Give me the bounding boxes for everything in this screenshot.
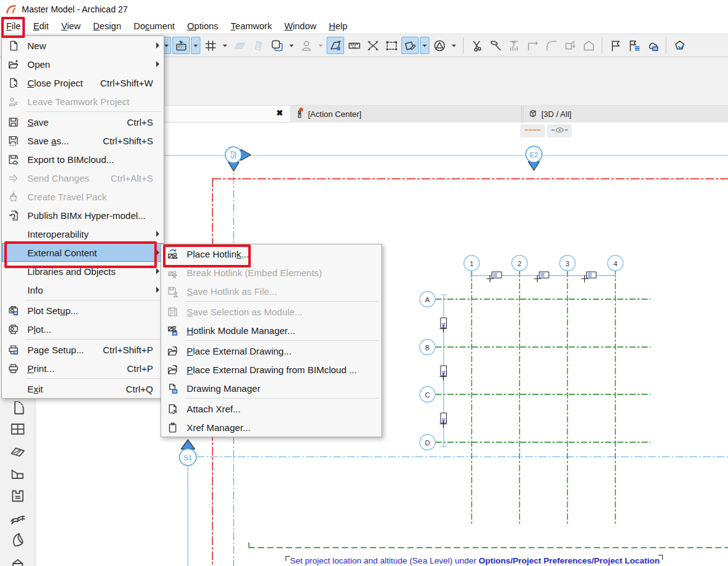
file-menu-item-info[interactable]: Info xyxy=(2,281,164,299)
dropdown-arrow-button[interactable] xyxy=(220,37,230,54)
file-menu-item-new[interactable]: New xyxy=(2,36,164,55)
flag-button[interactable] xyxy=(607,37,624,54)
menu-item-shortcut: Ctrl+Shift+W xyxy=(100,78,153,88)
toolbar-separator xyxy=(602,37,602,53)
adjust-axe-button[interactable] xyxy=(487,37,504,54)
menu-item-label: Hotlink Module Manager... xyxy=(187,325,295,336)
place-hotlink-icon xyxy=(167,248,181,260)
external-content-item-place-external-drawing[interactable]: Place External Drawing... xyxy=(161,341,381,360)
file-menu-item-interoperability[interactable]: Interoperability xyxy=(2,225,164,243)
external-content-item-hotlink-module-manager[interactable]: Hotlink Module Manager... xyxy=(161,321,381,340)
grid-bubble-B[interactable]: B xyxy=(420,340,436,355)
grid-bubble-3[interactable]: 3 xyxy=(560,256,576,271)
file-menu-item-save[interactable]: SaveCtrl+S xyxy=(2,113,164,131)
snap-grid-button[interactable] xyxy=(202,37,219,54)
grid-bubble-4[interactable]: 4 xyxy=(608,256,623,271)
menubar-item-view[interactable]: View xyxy=(55,20,86,32)
file-menu-item-save-as[interactable]: Save as...Ctrl+Shift+S xyxy=(2,131,164,150)
external-content-item-xref-manager[interactable]: Xref Manager... xyxy=(161,418,381,437)
column-marker-left-3[interactable] xyxy=(440,413,447,427)
file-menu-item-external-content[interactable]: External Content xyxy=(2,243,164,262)
object-tool-icon[interactable] xyxy=(9,554,26,566)
grid-bubble-A[interactable]: A xyxy=(420,292,436,307)
column-marker-top-1[interactable] xyxy=(487,272,502,282)
svg-text:12: 12 xyxy=(352,44,356,48)
cloud-panel-button[interactable] xyxy=(644,37,661,54)
save-icon xyxy=(7,116,22,128)
menubar-item-options[interactable]: Options xyxy=(181,20,225,32)
morph-house-button xyxy=(580,37,597,54)
file-menu-item-exit[interactable]: ExitCtrl+Q xyxy=(2,379,164,398)
grid-bubble-C[interactable]: C xyxy=(420,387,436,402)
close-tab-icon[interactable]: ✖ xyxy=(276,108,283,118)
external-content-item-attach-xref[interactable]: Attach Xref... xyxy=(161,399,381,418)
file-menu-item-publish-bimx-hyper-model[interactable]: Publish BIMx Hyper-model... xyxy=(2,206,164,225)
menubar-item-edit[interactable]: Edit xyxy=(27,20,55,32)
rotate-plane-button[interactable] xyxy=(401,37,419,54)
menu-bar: FileEditViewDesignDocumentOptionsTeamwor… xyxy=(0,19,728,34)
stretch-button xyxy=(561,37,579,54)
intersect-button[interactable] xyxy=(364,37,381,54)
column-marker-left-1[interactable] xyxy=(440,318,447,332)
leave-teamwork-icon xyxy=(7,96,22,108)
submenu-arrow-icon xyxy=(156,268,159,274)
column-marker-top-2[interactable] xyxy=(534,272,549,282)
tab-action-center[interactable]: [Action Center] xyxy=(290,106,522,123)
svg-text:A: A xyxy=(425,296,430,304)
tab-3d-all[interactable]: [3D / All] xyxy=(523,106,728,123)
file-menu-item-plot[interactable]: Plot... xyxy=(2,320,164,338)
menubar-item-file[interactable]: File xyxy=(0,20,27,32)
menu-item-label: Xref Manager... xyxy=(187,422,251,433)
door-tool-icon[interactable] xyxy=(9,401,26,418)
external-content-item-place-hotlink[interactable]: Place Hotlink... xyxy=(161,244,381,263)
split-scissors-button[interactable] xyxy=(468,37,485,54)
magic-wand-button[interactable] xyxy=(327,37,344,54)
dropdown-arrow-button[interactable] xyxy=(191,37,200,54)
file-menu-item-libraries-and-objects[interactable]: Libraries and Objects xyxy=(2,262,164,281)
flag-list-button[interactable] xyxy=(625,37,643,54)
shell-tool-icon[interactable] xyxy=(9,532,26,549)
menubar-item-window[interactable]: Window xyxy=(278,20,323,32)
file-menu-item-print[interactable]: Print...Ctrl+P xyxy=(2,359,164,378)
external-content-item-place-external-drawing-from-bimcloud[interactable]: Place External Drawing from BIMcloud ... xyxy=(161,360,381,379)
virtual-trace-button[interactable] xyxy=(268,37,286,54)
marquee-button[interactable] xyxy=(383,37,400,54)
external-content-item-drawing-manager[interactable]: Drawing Manager xyxy=(161,379,381,397)
menubar-item-help[interactable]: Help xyxy=(322,20,353,32)
section-marker-s1[interactable]: S1 xyxy=(180,440,197,466)
menubar-item-design[interactable]: Design xyxy=(87,20,128,32)
column-marker-top-3[interactable] xyxy=(581,272,596,282)
window-tool-icon[interactable] xyxy=(9,420,26,437)
stair-tool-icon[interactable] xyxy=(9,488,26,504)
corner-window-tool-icon[interactable] xyxy=(9,465,26,482)
skylight-tool-icon[interactable] xyxy=(9,443,26,460)
menubar-item-teamwork[interactable]: Teamwork xyxy=(225,20,278,32)
elevation-marker-e2[interactable]: E2 xyxy=(526,146,542,170)
menu-item-label: Save xyxy=(27,117,49,128)
section-marker-s2[interactable]: S2 xyxy=(225,147,251,171)
menubar-item-document[interactable]: Document xyxy=(128,20,181,32)
coordinates-xy-button[interactable]: XY: xyxy=(172,37,190,54)
file-menu-item-open[interactable]: Open xyxy=(2,55,164,73)
external-content-item-save-selection-as-module: Save Selection as Module... xyxy=(161,302,381,321)
grid-bubble-2[interactable]: 2 xyxy=(512,256,528,271)
travel-pack-icon xyxy=(7,191,22,203)
dropdown-arrow-button[interactable] xyxy=(420,37,429,54)
column-marker-left-2[interactable] xyxy=(440,366,447,380)
menu-item-label: Save Hotlink as File... xyxy=(187,286,277,297)
grid-bubble-1[interactable]: 1 xyxy=(464,256,480,271)
file-menu-item-plot-setup[interactable]: Plot Setup... xyxy=(2,301,164,320)
submenu-arrow-icon xyxy=(156,231,159,237)
dropdown-arrow-button[interactable] xyxy=(287,37,296,54)
file-menu-item-close-project[interactable]: Close ProjectCtrl+Shift+W xyxy=(2,73,164,92)
check-markup-button[interactable] xyxy=(671,37,688,54)
protractor-button[interactable] xyxy=(431,37,448,54)
grid-bubble-D[interactable]: D xyxy=(420,435,436,450)
file-menu-item-page-setup[interactable]: Page Setup...Ctrl+Shift+P xyxy=(2,340,164,359)
open-folder-icon xyxy=(7,58,22,70)
menu-item-label: Exit xyxy=(27,384,43,394)
dimension-ruler-button[interactable]: 12 xyxy=(345,37,363,54)
dropdown-arrow-button[interactable] xyxy=(449,37,459,54)
mesh-tool-icon[interactable] xyxy=(9,510,26,527)
file-menu-item-export-to-bimcloud[interactable]: Export to BIMcloud... xyxy=(2,150,164,169)
